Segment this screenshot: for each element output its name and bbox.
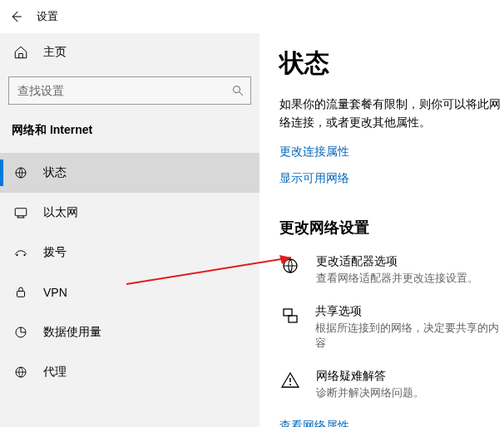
status-description: 如果你的流量套餐有限制，则你可以将此网络连接，或者更改其他属性。 [279, 96, 504, 131]
link-change-connection[interactable]: 更改连接属性 [279, 145, 349, 160]
sidebar-item-label: VPN [43, 286, 67, 299]
search-input[interactable] [8, 76, 251, 105]
svg-point-3 [16, 254, 17, 256]
sidebar-item-proxy[interactable]: 代理 [0, 352, 259, 392]
svg-point-11 [289, 384, 291, 385]
arrow-left-icon [8, 9, 23, 24]
page-title: 状态 [279, 47, 504, 81]
sidebar: 主页 网络和 Internet 状态 以太网 [0, 33, 259, 427]
ethernet-icon [13, 205, 28, 220]
adapter-icon [279, 256, 301, 286]
svg-rect-9 [284, 309, 292, 316]
sidebar-item-dialup[interactable]: 拨号 [0, 233, 259, 272]
home-icon [13, 45, 28, 60]
sidebar-item-vpn[interactable]: VPN [0, 272, 259, 312]
option-title: 网络疑难解答 [316, 369, 424, 384]
sidebar-item-datausage[interactable]: 数据使用量 [0, 312, 259, 352]
svg-rect-2 [15, 209, 27, 216]
search-icon [231, 84, 245, 97]
option-desc: 诊断并解决网络问题。 [316, 385, 424, 400]
svg-rect-5 [17, 292, 25, 297]
sidebar-item-label: 数据使用量 [43, 325, 101, 340]
sidebar-section-title: 网络和 Internet [0, 113, 259, 146]
vpn-icon [13, 285, 28, 300]
search-box[interactable] [8, 76, 251, 105]
option-troubleshoot[interactable]: 网络疑难解答 诊断并解决网络问题。 [279, 369, 504, 400]
back-button[interactable] [7, 7, 25, 26]
main-panel: 状态 如果你的流量套餐有限制，则你可以将此网络连接，或者更改其他属性。 更改连接… [259, 33, 504, 427]
status-icon [13, 165, 28, 180]
option-title: 共享选项 [315, 304, 504, 319]
proxy-icon [13, 365, 28, 380]
sidebar-item-status[interactable]: 状态 [0, 153, 259, 193]
option-desc: 根据所连接到的网络，决定要共享的内容 [315, 321, 504, 351]
option-title: 更改适配器选项 [316, 254, 478, 269]
sidebar-item-ethernet[interactable]: 以太网 [0, 193, 259, 233]
link-view-network-props[interactable]: 查看网络属性 [279, 419, 349, 427]
sidebar-item-label: 状态 [43, 165, 67, 180]
option-sharing[interactable]: 共享选项 根据所连接到的网络，决定要共享的内容 [279, 304, 504, 351]
option-desc: 查看网络适配器并更改连接设置。 [316, 271, 478, 286]
option-adapter[interactable]: 更改适配器选项 查看网络适配器并更改连接设置。 [279, 254, 504, 286]
datausage-icon [13, 325, 28, 340]
svg-rect-10 [289, 316, 297, 322]
sidebar-item-label: 拨号 [43, 245, 67, 260]
section-heading: 更改网络设置 [279, 218, 504, 238]
sidebar-item-label: 以太网 [43, 205, 78, 220]
link-show-networks[interactable]: 显示可用网络 [279, 171, 349, 186]
sidebar-item-label: 代理 [43, 365, 67, 380]
svg-point-4 [23, 254, 25, 256]
dialup-icon [13, 247, 28, 258]
sidebar-home-label: 主页 [43, 45, 67, 60]
sidebar-home[interactable]: 主页 [0, 33, 259, 71]
warning-icon [279, 371, 301, 400]
svg-point-0 [234, 86, 240, 93]
sharing-icon [279, 306, 300, 351]
window-title: 设置 [37, 9, 58, 24]
